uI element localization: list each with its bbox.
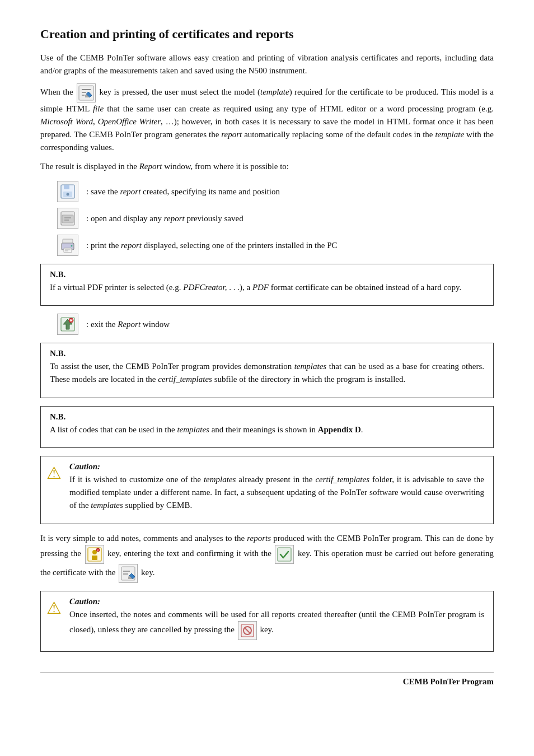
svg-rect-26	[92, 556, 97, 560]
nb-box-3: N.B. A list of codes that can be used in…	[40, 406, 494, 448]
nb1-title: N.B.	[50, 270, 484, 279]
open-report-icon	[57, 208, 78, 229]
generate-key-icon	[119, 564, 138, 583]
nb2-text: To assist the user, the CEMB PoInTer pro…	[50, 360, 484, 386]
caution2-text: Once inserted, the notes and comments wi…	[69, 608, 484, 640]
caution-triangle-icon-1: ⚠	[46, 463, 62, 483]
save-report-icon	[57, 181, 78, 202]
svg-rect-0	[79, 86, 93, 100]
icon-row-open: : open and display any report previously…	[57, 208, 494, 229]
intro-paragraph-1: Use of the CEMB PoInTer software allows …	[40, 52, 494, 78]
page-footer: CEMB PoInTer Program	[40, 672, 494, 687]
print-report-text: : print the report displayed, selecting …	[86, 239, 338, 252]
caution-box-1: ⚠ Caution: If it is wished to customize …	[40, 456, 494, 524]
bottom-paragraph-1: It is very simple to add notes, comments…	[40, 532, 494, 583]
icon-row-exit: : exit the Report window	[57, 314, 494, 335]
page-title: Creation and printing of certificates an…	[40, 27, 494, 41]
nb-box-2: N.B. To assist the user, the CEMB PoInTe…	[40, 343, 494, 398]
icon-list: : save the report created, specifying it…	[57, 181, 494, 256]
notes-key-icon: !	[85, 545, 104, 564]
svg-rect-29	[278, 548, 291, 561]
nb2-title: N.B.	[50, 349, 484, 358]
svg-rect-5	[64, 185, 69, 189]
caution1-text: If it is wished to customize one of the …	[69, 473, 484, 512]
caution-content-1: Caution: If it is wished to customize on…	[69, 462, 484, 518]
template-key-icon	[77, 83, 96, 102]
caution-triangle-icon-2: ⚠	[46, 598, 62, 618]
nb3-text: A list of codes that can be used in the …	[50, 423, 484, 436]
open-report-text: : open and display any report previously…	[86, 212, 243, 225]
save-report-text: : save the report created, specifying it…	[86, 185, 280, 198]
svg-rect-10	[62, 215, 73, 223]
caution-box-2: ⚠ Caution: Once inserted, the notes and …	[40, 591, 494, 652]
exit-report-text: : exit the Report window	[86, 318, 170, 331]
intro-paragraph-3: The result is displayed in the Report wi…	[40, 160, 494, 173]
svg-rect-15	[64, 248, 72, 253]
nb3-title: N.B.	[50, 412, 484, 422]
caution1-title: Caution:	[69, 462, 484, 472]
caution2-title: Caution:	[69, 597, 484, 606]
caution-content-2: Caution: Once inserted, the notes and co…	[69, 597, 484, 646]
nb-box-1: N.B. If a virtual PDF printer is selecte…	[40, 264, 494, 306]
print-report-icon	[57, 235, 78, 256]
icon-row-print: : print the report displayed, selecting …	[57, 235, 494, 256]
icon-row-save: : save the report created, specifying it…	[57, 181, 494, 202]
confirm-key-icon	[275, 545, 294, 564]
svg-point-16	[71, 245, 73, 246]
exit-report-icon	[57, 314, 78, 335]
nb1-text: If a virtual PDF printer is selected (e.…	[50, 281, 484, 294]
footer-text: CEMB PoInTer Program	[403, 677, 494, 686]
intro-paragraph-2: When the key is pressed, the user must s…	[40, 83, 494, 155]
cancel-key-icon	[238, 621, 257, 640]
svg-point-7	[67, 193, 69, 195]
